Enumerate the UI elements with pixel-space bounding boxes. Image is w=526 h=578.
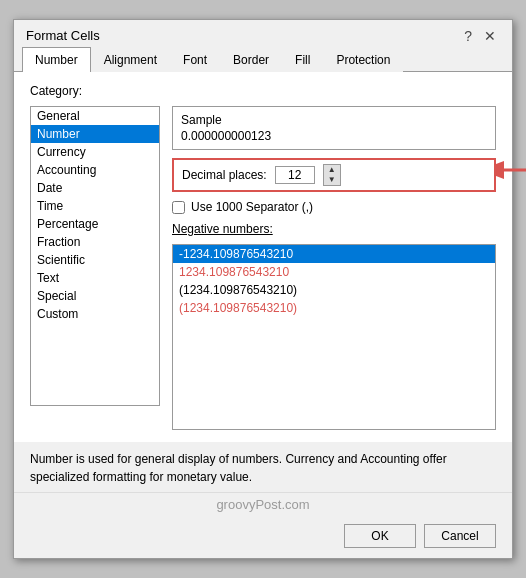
category-item[interactable]: Percentage xyxy=(31,215,159,233)
separator-checkbox[interactable] xyxy=(172,201,185,214)
title-bar: Format Cells ? ✕ xyxy=(14,20,512,47)
category-item[interactable]: Time xyxy=(31,197,159,215)
main-content: Category: GeneralNumberCurrencyAccountin… xyxy=(14,72,512,442)
cancel-button[interactable]: Cancel xyxy=(424,524,496,548)
main-area: GeneralNumberCurrencyAccountingDateTimeP… xyxy=(30,106,496,430)
negative-label: Negative numbers: xyxy=(172,222,496,236)
category-item[interactable]: Number xyxy=(31,125,159,143)
close-button[interactable]: ✕ xyxy=(480,29,500,43)
button-row: OK Cancel xyxy=(14,516,512,558)
negative-list-item[interactable]: (1234.109876543210) xyxy=(173,281,495,299)
category-item[interactable]: General xyxy=(31,107,159,125)
help-button[interactable]: ? xyxy=(460,29,476,43)
tab-bar: NumberAlignmentFontBorderFillProtection xyxy=(14,47,512,72)
decimal-input[interactable] xyxy=(275,166,315,184)
negative-list-item[interactable]: -1234.109876543210 xyxy=(173,245,495,263)
category-item[interactable]: Special xyxy=(31,287,159,305)
separator-label: Use 1000 Separator (,) xyxy=(191,200,313,214)
category-item[interactable]: Currency xyxy=(31,143,159,161)
watermark: groovyPost.com xyxy=(14,492,512,516)
category-item[interactable]: Accounting xyxy=(31,161,159,179)
category-item[interactable]: Custom xyxy=(31,305,159,323)
category-item[interactable]: Scientific xyxy=(31,251,159,269)
spin-up-button[interactable]: ▲ xyxy=(324,165,340,175)
dialog-title: Format Cells xyxy=(26,28,100,43)
tab-fill[interactable]: Fill xyxy=(282,47,323,72)
decimal-row: Decimal places: ▲ ▼ xyxy=(172,158,496,192)
sample-value: 0.000000000123 xyxy=(181,129,487,143)
title-bar-controls: ? ✕ xyxy=(460,29,500,43)
category-item[interactable]: Text xyxy=(31,269,159,287)
sample-section: Sample 0.000000000123 xyxy=(172,106,496,150)
decimal-spinner: ▲ ▼ xyxy=(323,164,341,186)
category-label: Category: xyxy=(30,84,496,98)
category-list-wrap: GeneralNumberCurrencyAccountingDateTimeP… xyxy=(30,106,160,430)
category-list[interactable]: GeneralNumberCurrencyAccountingDateTimeP… xyxy=(30,106,160,406)
separator-row: Use 1000 Separator (,) xyxy=(172,200,496,214)
tab-alignment[interactable]: Alignment xyxy=(91,47,170,72)
description-text: Number is used for general display of nu… xyxy=(30,452,447,484)
right-panel: Sample 0.000000000123 Decimal places: ▲ … xyxy=(172,106,496,430)
spin-down-button[interactable]: ▼ xyxy=(324,175,340,185)
negative-list[interactable]: -1234.1098765432101234.109876543210(1234… xyxy=(172,244,496,430)
tab-font[interactable]: Font xyxy=(170,47,220,72)
decimal-label: Decimal places: xyxy=(182,168,267,182)
negative-list-item[interactable]: 1234.109876543210 xyxy=(173,263,495,281)
description-area: Number is used for general display of nu… xyxy=(14,442,512,492)
decimal-row-container: Decimal places: ▲ ▼ xyxy=(172,158,496,192)
format-cells-dialog: Format Cells ? ✕ NumberAlignmentFontBord… xyxy=(13,19,513,559)
red-arrow-annotation xyxy=(494,150,526,190)
category-item[interactable]: Date xyxy=(31,179,159,197)
category-item[interactable]: Fraction xyxy=(31,233,159,251)
tab-protection[interactable]: Protection xyxy=(323,47,403,72)
sample-label: Sample xyxy=(181,113,487,127)
tab-border[interactable]: Border xyxy=(220,47,282,72)
negative-list-item[interactable]: (1234.109876543210) xyxy=(173,299,495,317)
ok-button[interactable]: OK xyxy=(344,524,416,548)
tab-number[interactable]: Number xyxy=(22,47,91,72)
